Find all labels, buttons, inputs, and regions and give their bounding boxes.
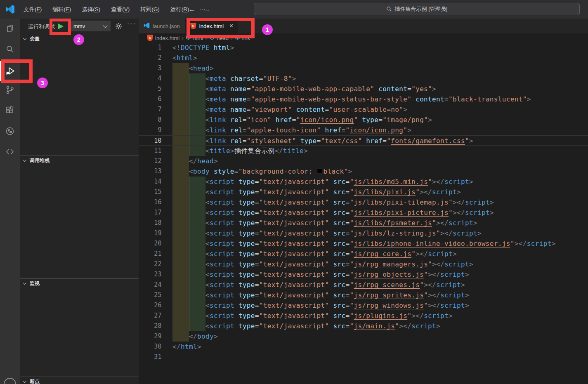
line-number: 29	[139, 331, 172, 342]
activity-angle-brackets-icon[interactable]	[0, 142, 20, 162]
code-line-22[interactable]: 22<script type="text/javascript" src="js…	[139, 259, 588, 269]
code-line-6[interactable]: 6<meta name="apple-mobile-web-app-status…	[139, 94, 588, 104]
section-label: 断点	[30, 378, 40, 384]
line-number: 9	[139, 125, 172, 135]
code-line-5[interactable]: 5<meta name="apple-mobile-web-app-capabl…	[139, 84, 588, 94]
chevron-down-icon	[23, 36, 26, 40]
code-line-16[interactable]: 16<script type="text/javascript" src="js…	[139, 197, 588, 207]
line-content: <script type="text/javascript" src="js/r…	[172, 259, 588, 269]
menu-item-s[interactable]: 选择(S)	[76, 6, 106, 13]
code-text: <link rel="icon" href="icon/icon.png" ty…	[172, 116, 432, 124]
code-text: <body style="background-color: black">	[172, 167, 352, 175]
title-bar: 文件(F)编辑(E)选择(S)查看(V)转到(G)运行(R)··· ← → 插件…	[0, 0, 588, 19]
code-line-28[interactable]: 28<script type="text/javascript" src="js…	[139, 321, 588, 331]
menu-item-v[interactable]: 查看(V)	[106, 6, 135, 13]
code-line-9[interactable]: 9<link rel="apple-touch-icon" href="icon…	[139, 125, 588, 135]
menu-item-e[interactable]: 编辑(E)	[47, 6, 76, 13]
line-number: 16	[139, 197, 172, 207]
line-content: <meta name="apple-mobile-web-app-capable…	[172, 84, 588, 94]
line-content: <meta charset="UTF-8">	[172, 73, 588, 84]
line-number: 1	[139, 42, 172, 53]
code-line-17[interactable]: 17<script type="text/javascript" src="js…	[139, 207, 588, 218]
line-content: <meta name="apple-mobile-web-app-status-…	[172, 94, 588, 104]
code-line-13[interactable]: 13<body style="background-color: black">	[139, 166, 588, 177]
line-number: 3	[139, 63, 172, 73]
code-line-23[interactable]: 23<script type="text/javascript" src="js…	[139, 269, 588, 280]
annotation-step-1: 1	[262, 24, 273, 35]
tab-label: launch.json	[153, 23, 180, 29]
code-line-24[interactable]: 24<script type="text/javascript" src="js…	[139, 280, 588, 290]
line-content: <script type="text/javascript" src="js/r…	[172, 269, 588, 280]
code-text: <link rel="apple-touch-icon" href="icon/…	[172, 126, 411, 134]
line-content: <script type="text/javascript" src="js/p…	[172, 311, 588, 321]
source-control-icon	[5, 85, 15, 95]
line-number: 24	[139, 280, 172, 290]
line-number: 28	[139, 321, 172, 331]
line-number: 14	[139, 177, 172, 187]
code-text: <script type="text/javascript" src="js/l…	[172, 198, 494, 206]
line-number: 5	[139, 84, 172, 94]
command-center-search[interactable]: 插件集合示例 [管理员]	[254, 3, 580, 15]
section-header-4[interactable]: 断点	[20, 377, 139, 384]
code-line-30[interactable]: 30</html>	[139, 342, 588, 352]
menu-item-g[interactable]: 转到(G)	[135, 6, 165, 13]
line-content: <!DOCTYPE html>	[172, 42, 588, 53]
line-number: 27	[139, 311, 172, 321]
line-number: 22	[139, 259, 172, 269]
line-number: 20	[139, 238, 172, 249]
activity-circle-branch-icon[interactable]	[0, 121, 20, 141]
activity-search-icon[interactable]	[0, 39, 20, 59]
menu-item-f[interactable]: 文件(F)	[18, 6, 47, 13]
line-number: 2	[139, 53, 172, 63]
code-line-2[interactable]: 2<html>	[139, 53, 588, 63]
code-line-18[interactable]: 18<script type="text/javascript" src="js…	[139, 218, 588, 228]
activity-explorer-icon[interactable]	[0, 19, 20, 38]
code-text: <meta charset="UTF-8">	[172, 75, 296, 82]
line-number: 19	[139, 228, 172, 238]
code-line-11[interactable]: 11<title>插件集合示例</title>	[139, 146, 588, 156]
code-line-26[interactable]: 26<script type="text/javascript" src="js…	[139, 300, 588, 311]
code-line-12[interactable]: 12</head>	[139, 156, 588, 166]
code-line-29[interactable]: 29</body>	[139, 331, 588, 342]
nav-back-button[interactable]: ←	[188, 0, 196, 19]
code-line-10[interactable]: 10<link rel="stylesheet" type="text/css"…	[139, 135, 588, 146]
line-content: </head>	[172, 156, 588, 166]
code-line-31[interactable]: 31	[139, 352, 588, 362]
line-number: 30	[139, 342, 172, 352]
code-line-4[interactable]: 4<meta charset="UTF-8">	[139, 73, 588, 84]
code-line-19[interactable]: 19<script type="text/javascript" src="js…	[139, 228, 588, 238]
code-line-25[interactable]: 25<script type="text/javascript" src="js…	[139, 290, 588, 300]
code-text: <script type="text/javascript" src="js/r…	[172, 291, 469, 299]
more-actions-button[interactable]: ···	[127, 20, 136, 28]
line-content: <script type="text/javascript" src="js/l…	[172, 207, 588, 218]
code-line-14[interactable]: 14<script type="text/javascript" src="js…	[139, 177, 588, 187]
gear-icon[interactable]	[115, 23, 122, 30]
section-header-2[interactable]: 调用堆栈	[20, 156, 139, 165]
code-line-20[interactable]: 20<script type="text/javascript" src="js…	[139, 238, 588, 249]
code-text: <script type="text/javascript" src="js/r…	[172, 260, 473, 268]
code-line-21[interactable]: 21<script type="text/javascript" src="js…	[139, 249, 588, 259]
line-content: <link rel="apple-touch-icon" href="icon/…	[172, 125, 588, 135]
code-line-7[interactable]: 7<meta name="viewport" content="user-sca…	[139, 104, 588, 115]
code-line-3[interactable]: 3<head>	[139, 63, 588, 73]
line-content: <script type="text/javascript" src="js/l…	[172, 177, 588, 187]
code-line-27[interactable]: 27<script type="text/javascript" src="js…	[139, 311, 588, 321]
color-swatch-icon[interactable]	[317, 169, 322, 174]
code-line-15[interactable]: 15<script type="text/javascript" src="js…	[139, 187, 588, 197]
vscode-logo-icon	[5, 5, 15, 14]
code-text: <script type="text/javascript" src="js/r…	[172, 250, 457, 258]
code-line-1[interactable]: 1<!DOCTYPE html>	[139, 42, 588, 53]
code-line-8[interactable]: 8<link rel="icon" href="icon/icon.png" t…	[139, 115, 588, 125]
code-editor[interactable]: 1<!DOCTYPE html>2<html>3<head>4<meta cha…	[139, 42, 588, 384]
breadcrumb-file[interactable]: index.html	[155, 35, 179, 41]
account-icon[interactable]	[4, 378, 16, 384]
line-number: 31	[139, 352, 172, 362]
activity-extensions-icon[interactable]	[0, 101, 20, 120]
code-text: <!DOCTYPE html>	[172, 44, 234, 52]
section-header-3[interactable]: 监视	[20, 279, 139, 288]
search-icon	[5, 44, 15, 54]
tab-launch.json[interactable]: launch.json	[139, 19, 185, 33]
debug-config-dropdown[interactable]: mmv	[68, 21, 111, 31]
code-text: <meta name="apple-mobile-web-app-capable…	[172, 85, 436, 93]
line-content: <script type="text/javascript" src="js/l…	[172, 238, 588, 249]
